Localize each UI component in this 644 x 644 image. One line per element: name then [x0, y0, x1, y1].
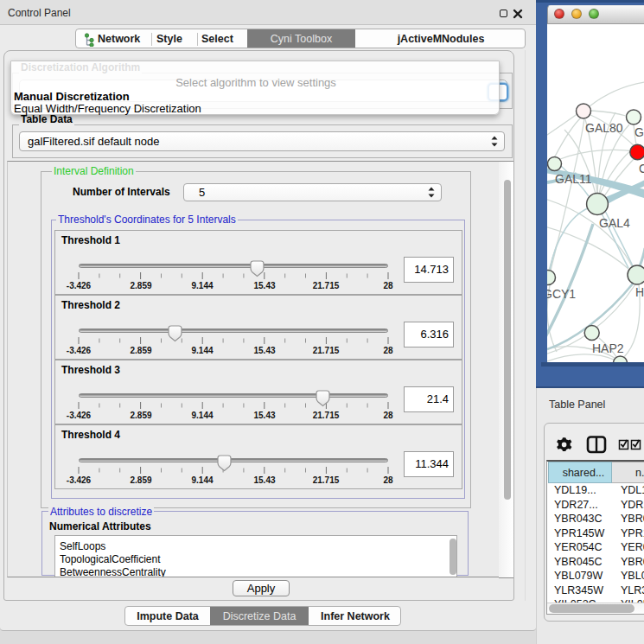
svg-text:HAP2: HAP2 — [592, 341, 624, 355]
svg-text:GCY1: GCY1 — [547, 287, 576, 301]
svg-text:G: G — [634, 125, 644, 139]
svg-text:GAL11: GAL11 — [555, 172, 592, 186]
svg-text:H: H — [635, 285, 644, 299]
svg-text:GAL80: GAL80 — [585, 121, 623, 135]
svg-text:GAL4: GAL4 — [599, 216, 630, 230]
svg-text:C: C — [639, 162, 644, 175]
